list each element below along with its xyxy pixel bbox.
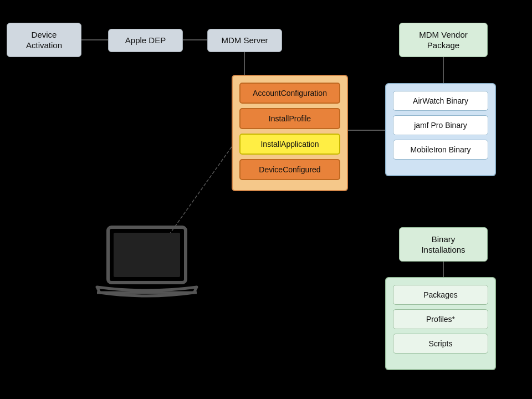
binary-installations-box: Binary Installations	[399, 227, 488, 262]
packages-item: Packages	[393, 285, 488, 305]
cmd-account-config: AccountConfiguration	[239, 83, 340, 104]
device-activation-box: Device Activation	[7, 23, 81, 57]
binary-installations-label: Binary Installations	[421, 234, 465, 255]
scripts-item: Scripts	[393, 334, 488, 354]
cmd-device-configured: DeviceConfigured	[239, 159, 340, 180]
mdm-vendor-package-label: MDM Vendor Package	[419, 29, 468, 51]
mdm-server-label: MDM Server	[221, 35, 268, 46]
cmd-install-profile: InstallProfile	[239, 108, 340, 129]
mdm-vendor-package-box: MDM Vendor Package	[399, 23, 488, 57]
laptop-icon	[91, 222, 202, 308]
vendor-binaries-container: AirWatch Binary jamf Pro Binary MobileIr…	[385, 83, 496, 176]
svg-rect-14	[114, 233, 180, 277]
jamf-pro-binary: jamf Pro Binary	[393, 115, 488, 135]
apple-dep-label: Apple DEP	[125, 35, 166, 46]
profiles-item: Profiles*	[393, 309, 488, 329]
mdm-commands-container: AccountConfiguration InstallProfile Inst…	[232, 75, 348, 191]
diagram: Device Activation Apple DEP MDM Server M…	[0, 0, 532, 399]
mdm-server-box: MDM Server	[207, 29, 282, 52]
apple-dep-box: Apple DEP	[108, 29, 183, 52]
cmd-install-application: InstallApplication	[239, 134, 340, 155]
device-activation-label: Device Activation	[26, 29, 62, 51]
airwatch-binary: AirWatch Binary	[393, 91, 488, 111]
installations-container: Packages Profiles* Scripts	[385, 277, 496, 370]
mobileiron-binary: MobileIron Binary	[393, 140, 488, 160]
